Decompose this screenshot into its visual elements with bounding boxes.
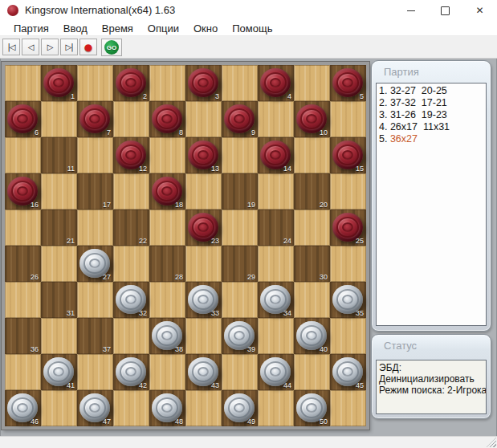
go-button[interactable]: GO: [101, 39, 122, 56]
maximize-button[interactable]: [428, 0, 462, 21]
move-row-3[interactable]: 3. 31-26 19-23: [379, 109, 486, 121]
square-28[interactable]: 28: [149, 246, 185, 282]
square-49[interactable]: 49: [222, 390, 258, 426]
square-35[interactable]: 35: [330, 282, 366, 318]
window-controls: ✕: [393, 0, 497, 21]
square-16[interactable]: 16: [5, 173, 41, 210]
go-to-end-icon: ▷|: [65, 43, 72, 51]
square-number: 12: [139, 165, 147, 173]
square-48[interactable]: 48: [149, 390, 185, 426]
square-22[interactable]: 22: [113, 210, 149, 246]
resize-grip[interactable]: [487, 438, 496, 447]
square-46[interactable]: 46: [5, 390, 41, 426]
menu-item-2[interactable]: Ввод: [56, 21, 95, 36]
square-38[interactable]: 38: [149, 318, 185, 354]
square-31[interactable]: 31: [41, 282, 77, 318]
square-3[interactable]: 3: [185, 65, 222, 101]
square-18[interactable]: 18: [149, 173, 185, 210]
square-number: 13: [211, 165, 219, 173]
red-piece[interactable]: [152, 104, 182, 133]
square-50[interactable]: 50: [294, 390, 330, 426]
square-44[interactable]: 44: [258, 354, 294, 390]
square-19[interactable]: 19: [222, 173, 258, 210]
square-number: 17: [103, 201, 111, 209]
square-7[interactable]: 7: [77, 101, 113, 137]
light-square: [113, 173, 149, 210]
square-29[interactable]: 29: [222, 246, 258, 282]
red-piece[interactable]: [7, 104, 38, 133]
square-20[interactable]: 20: [294, 173, 330, 210]
square-40[interactable]: 40: [294, 318, 330, 354]
square-9[interactable]: 9: [222, 101, 258, 137]
move-row-5[interactable]: 5. 36x27: [379, 133, 486, 145]
square-43[interactable]: 43: [185, 354, 222, 390]
light-square: [5, 354, 41, 390]
square-number: 38: [175, 345, 183, 353]
step-back-button[interactable]: ◁: [22, 39, 39, 55]
light-square: [294, 137, 330, 173]
light-square: [5, 137, 41, 173]
square-21[interactable]: 21: [41, 210, 77, 246]
go-to-end-button[interactable]: ▷|: [60, 39, 78, 55]
square-24[interactable]: 24: [258, 210, 294, 246]
square-37[interactable]: 37: [77, 318, 113, 354]
square-30[interactable]: 30: [294, 246, 330, 282]
square-41[interactable]: 41: [41, 354, 77, 390]
red-piece[interactable]: [43, 68, 74, 97]
square-12[interactable]: 12: [113, 137, 149, 173]
square-26[interactable]: 26: [5, 246, 41, 282]
square-2[interactable]: 2: [113, 65, 149, 101]
square-6[interactable]: 6: [5, 101, 41, 137]
go-to-start-button[interactable]: |◁: [2, 39, 20, 55]
square-34[interactable]: 34: [258, 282, 294, 318]
square-39[interactable]: 39: [222, 318, 258, 354]
square-47[interactable]: 47: [77, 390, 113, 426]
square-11[interactable]: 11: [41, 137, 77, 173]
square-14[interactable]: 14: [258, 137, 294, 173]
red-piece[interactable]: [260, 68, 291, 97]
square-23[interactable]: 23: [185, 210, 222, 246]
step-forward-button[interactable]: ▷: [41, 39, 59, 55]
square-number: 25: [356, 237, 364, 245]
square-45[interactable]: 45: [330, 354, 366, 390]
square-1[interactable]: 1: [41, 65, 77, 101]
red-piece[interactable]: [116, 68, 146, 97]
close-button[interactable]: ✕: [462, 0, 497, 21]
square-27[interactable]: 27: [77, 246, 113, 282]
square-number: 39: [247, 345, 255, 353]
menu-item-4[interactable]: Опции: [141, 21, 186, 36]
red-piece[interactable]: [332, 68, 363, 97]
square-13[interactable]: 13: [185, 137, 222, 173]
red-piece[interactable]: [224, 104, 255, 133]
menu-item-5[interactable]: Окно: [186, 21, 225, 36]
move-number: 4.: [379, 121, 390, 132]
square-number: 32: [139, 309, 147, 317]
square-15[interactable]: 15: [330, 137, 366, 173]
square-number: 22: [139, 237, 147, 245]
square-25[interactable]: 25: [330, 210, 366, 246]
move-row-1[interactable]: 1. 32-27 20-25: [379, 85, 486, 97]
move-list[interactable]: 1. 32-27 20-252. 37-32 17-213. 31-26 19-…: [376, 83, 487, 326]
square-33[interactable]: 33: [185, 282, 222, 318]
move-black: 20-25: [416, 85, 447, 96]
minimize-button[interactable]: [393, 0, 428, 21]
square-8[interactable]: 8: [149, 101, 185, 137]
menu-item-3[interactable]: Время: [95, 21, 141, 36]
move-row-4[interactable]: 4. 26x17 11x31: [379, 121, 486, 133]
square-42[interactable]: 42: [113, 354, 149, 390]
red-piece[interactable]: [188, 68, 218, 97]
menu-item-6[interactable]: Помощь: [225, 21, 279, 36]
board-frame: 1234567891011121314151617181920212223242…: [2, 62, 369, 430]
record-button[interactable]: ●: [79, 39, 97, 55]
square-36[interactable]: 36: [5, 318, 41, 354]
light-square: [258, 390, 294, 426]
red-piece[interactable]: [79, 104, 110, 133]
menu-item-1[interactable]: Партия: [6, 21, 56, 36]
square-number: 46: [31, 417, 39, 426]
square-4[interactable]: 4: [258, 65, 294, 101]
move-row-2[interactable]: 2. 37-32 17-21: [379, 97, 486, 109]
square-32[interactable]: 32: [113, 282, 149, 318]
square-10[interactable]: 10: [294, 101, 330, 137]
square-5[interactable]: 5: [330, 65, 366, 101]
square-17[interactable]: 17: [77, 173, 113, 210]
